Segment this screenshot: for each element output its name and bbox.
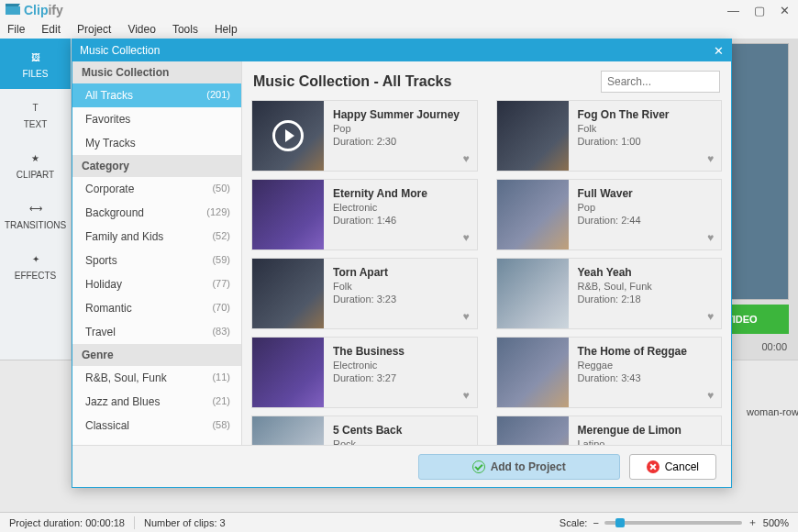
dialog-titlebar: Music Collection ✕ <box>72 39 731 61</box>
sidebar-item-holiday[interactable]: Holiday(77) <box>72 272 241 296</box>
track-item[interactable]: 5 Cents BackRock♥ <box>251 416 478 445</box>
track-item[interactable]: Merengue de LimonLatino♥ <box>496 416 723 445</box>
menu-file[interactable]: File <box>7 23 25 36</box>
track-title: Eternity And More <box>333 187 468 200</box>
sidebar-item-favorites[interactable]: Favorites <box>72 107 241 131</box>
menu-help[interactable]: Help <box>215 23 238 36</box>
scale-max: 500% <box>763 517 789 528</box>
statusbar: Project duration: 00:00:18 Number of cli… <box>0 512 798 532</box>
sidebar-item-travel[interactable]: Travel(83) <box>72 320 241 344</box>
track-genre: Rock <box>333 438 468 445</box>
track-thumbnail <box>252 180 324 249</box>
favorite-icon[interactable]: ♥ <box>707 152 714 165</box>
tab-transitions[interactable]: ⟷TRANSITIONS <box>0 190 71 240</box>
zoom-out-button[interactable]: − <box>593 517 598 528</box>
track-title: Fog On The River <box>578 108 713 121</box>
sidebar-item-latino[interactable]: Latino(19) <box>72 438 241 445</box>
track-item[interactable]: The BusinessElectronicDuration: 3:27♥ <box>251 337 478 408</box>
favorite-icon[interactable]: ♥ <box>707 310 714 323</box>
project-duration-label: Project duration: <box>9 517 83 528</box>
add-to-project-button[interactable]: Add to Project <box>418 454 620 480</box>
menu-project[interactable]: Project <box>77 23 111 36</box>
sidebar-item-r-b-soul-funk[interactable]: R&B, Soul, Funk(11) <box>72 366 241 390</box>
effects-icon: ✦ <box>28 250 44 267</box>
sidebar-item-romantic[interactable]: Romantic(70) <box>72 296 241 320</box>
play-icon[interactable] <box>272 120 304 151</box>
tab-effects[interactable]: ✦EFFECTS <box>0 240 71 291</box>
track-title: Happy Summer Journey <box>333 108 468 121</box>
sidebar-item-family-and-kids[interactable]: Family and Kids(52) <box>72 225 241 249</box>
dialog-footer: Add to Project Cancel <box>72 445 731 487</box>
main-area: 🖼FILESTTEXT★CLIPART⟷TRANSITIONS✦EFFECTS … <box>0 39 798 512</box>
favorite-icon[interactable]: ♥ <box>462 152 469 165</box>
favorite-icon[interactable]: ♥ <box>707 231 714 244</box>
track-duration: Duration: 1:46 <box>333 215 468 226</box>
menu-video[interactable]: Video <box>127 23 155 36</box>
track-duration: Duration: 2:30 <box>333 136 468 147</box>
sidebar-item-classical[interactable]: Classical(58) <box>72 414 241 438</box>
track-item[interactable]: Yeah YeahR&B, Soul, FunkDuration: 2:18♥ <box>496 258 723 329</box>
sidebar-item-my-tracks[interactable]: My Tracks <box>72 131 241 155</box>
tab-clipart[interactable]: ★CLIPART <box>0 139 71 190</box>
files-icon: 🖼 <box>28 49 44 65</box>
sidebar-item-sports[interactable]: Sports(59) <box>72 249 241 272</box>
sidebar-item-all-tracks[interactable]: All Tracks(201) <box>72 83 241 107</box>
track-item[interactable]: Fog On The RiverFolkDuration: 1:00♥ <box>496 100 723 172</box>
track-title: Merengue de Limon <box>578 424 713 437</box>
dialog-sidebar: Music CollectionAll Tracks(201)Favorites… <box>72 61 242 445</box>
maximize-button[interactable]: ▢ <box>751 4 768 17</box>
track-genre: Folk <box>333 281 468 292</box>
close-icon <box>647 460 659 473</box>
track-thumbnail <box>252 259 324 328</box>
track-thumbnail <box>497 259 569 328</box>
svg-marker-1 <box>6 4 20 6</box>
track-duration: Duration: 1:00 <box>578 136 713 147</box>
menu-tools[interactable]: Tools <box>172 23 198 36</box>
app-logo: Clipify <box>6 3 63 17</box>
track-item[interactable]: Eternity And MoreElectronicDuration: 1:4… <box>251 179 478 250</box>
track-item[interactable]: Full WaverPopDuration: 2:44♥ <box>496 179 723 250</box>
favorite-icon[interactable]: ♥ <box>462 310 469 323</box>
sidebar-item-jazz-and-blues[interactable]: Jazz and Blues(21) <box>72 390 241 414</box>
text-icon: T <box>28 99 44 116</box>
track-title: Full Waver <box>578 187 713 200</box>
clapper-icon <box>6 3 20 17</box>
track-thumbnail <box>497 416 569 445</box>
track-title: The Business <box>333 345 468 358</box>
transitions-icon: ⟷ <box>28 200 44 216</box>
favorite-icon[interactable]: ♥ <box>462 389 469 402</box>
sidebar-item-corporate[interactable]: Corporate(50) <box>72 177 241 201</box>
track-genre: Pop <box>578 202 713 213</box>
timeline-clip-label: woman-rows- <box>747 406 798 417</box>
dialog-title: Music Collection <box>80 44 160 57</box>
check-icon <box>472 460 485 473</box>
sidebar-header: Music Collection <box>72 61 241 83</box>
search-input[interactable] <box>601 71 720 93</box>
track-genre: Folk <box>578 123 713 134</box>
track-item[interactable]: The Home of ReggaeReggaeDuration: 3:43♥ <box>496 337 723 408</box>
track-duration: Duration: 2:44 <box>578 215 713 226</box>
favorite-icon[interactable]: ♥ <box>707 389 714 402</box>
dialog-content: Music Collection - All Tracks Happy Summ… <box>242 61 731 445</box>
track-duration: Duration: 3:43 <box>578 372 713 383</box>
window-controls: — ▢ ✕ <box>725 4 792 17</box>
zoom-in-button[interactable]: ＋ <box>748 515 758 529</box>
tab-files[interactable]: 🖼FILES <box>0 39 71 89</box>
track-item[interactable]: Torn ApartFolkDuration: 3:23♥ <box>251 258 478 329</box>
favorite-icon[interactable]: ♥ <box>462 231 469 244</box>
track-item[interactable]: Happy Summer JourneyPopDuration: 2:30♥ <box>251 100 478 172</box>
zoom-slider[interactable] <box>604 521 742 525</box>
tab-text[interactable]: TTEXT <box>0 89 71 139</box>
titlebar: Clipify — ▢ ✕ <box>0 0 798 20</box>
dialog-close-button[interactable]: ✕ <box>714 44 724 58</box>
preview-timecode: 00:00 <box>761 341 787 352</box>
menu-edit[interactable]: Edit <box>41 23 61 36</box>
cancel-button[interactable]: Cancel <box>629 454 716 480</box>
minimize-button[interactable]: — <box>725 4 742 17</box>
track-thumbnail <box>252 101 324 171</box>
close-button[interactable]: ✕ <box>777 4 792 17</box>
sidebar-item-background[interactable]: Background(129) <box>72 201 241 225</box>
track-genre: R&B, Soul, Funk <box>578 281 713 292</box>
track-title: The Home of Reggae <box>578 345 713 358</box>
track-genre: Pop <box>333 123 468 134</box>
